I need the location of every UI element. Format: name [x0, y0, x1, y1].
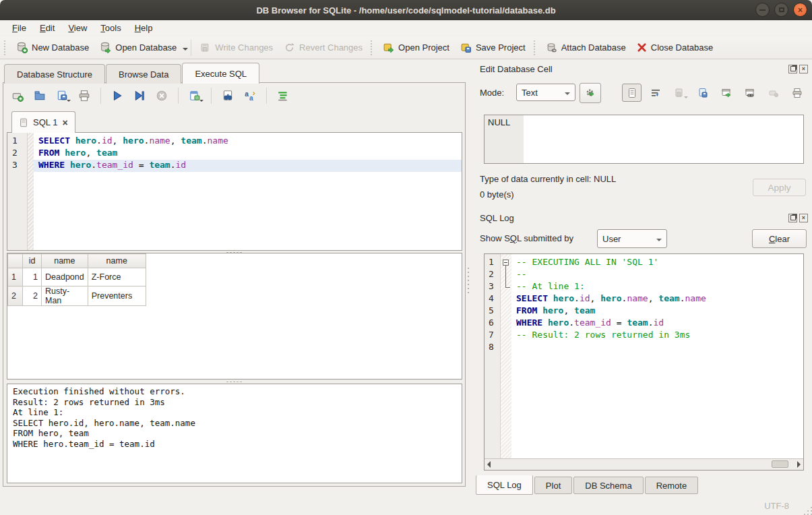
menu-help[interactable]: Help [128, 22, 160, 34]
sql-log-content: 1 2 3 4 5 6 7 8 -- EXECUTING ALL IN 'SQL… [485, 254, 803, 458]
cell-team-name[interactable]: Preventers [88, 286, 146, 306]
sql-log-title: SQL Log [480, 213, 514, 223]
cell-id[interactable]: 2 [23, 286, 42, 306]
log-horizontal-scrollbar[interactable] [485, 458, 803, 470]
clear-log-button[interactable]: Clear [752, 229, 807, 248]
results-header-id[interactable]: id [23, 254, 42, 268]
new-database-button[interactable]: New Database [11, 39, 94, 56]
close-dock-button[interactable]: × [799, 65, 808, 73]
menu-edit[interactable]: Edit [33, 22, 61, 34]
mode-combobox[interactable]: Text [516, 84, 575, 101]
sql-editor[interactable]: 1 2 3 SELECT hero.id, hero.name, team.na… [7, 132, 462, 251]
log-line: -- EXECUTING ALL IN 'SQL 1' [511, 257, 803, 269]
minimize-button[interactable] [755, 3, 770, 17]
toolbar-separator [100, 88, 101, 104]
status-line: Execution finished without errors. [13, 386, 456, 397]
results-corner-header[interactable] [8, 254, 23, 268]
log-filter-combobox[interactable]: User [597, 229, 667, 248]
format-sql-button[interactable] [274, 87, 292, 104]
open-database-button[interactable]: Open Database [94, 39, 182, 56]
cell-id[interactable]: 1 [23, 268, 42, 286]
encoding-indicator[interactable]: UTF-8 [764, 501, 789, 511]
status-line: Result: 2 rows returned in 3ms [13, 397, 456, 408]
maximize-button[interactable] [774, 3, 788, 17]
float-dock-button[interactable] [788, 65, 797, 73]
open-sql-file-button[interactable] [31, 87, 49, 104]
export-results-button[interactable] [186, 87, 204, 104]
tab-database-structure[interactable]: Database Structure [4, 64, 105, 84]
tab-db-schema[interactable]: DB Schema [573, 477, 643, 494]
tab-browse-data[interactable]: Browse Data [106, 64, 181, 84]
row-header[interactable]: 2 [8, 286, 23, 306]
set-null-button [763, 84, 783, 102]
cell-team-name[interactable]: Z-Force [88, 268, 146, 286]
toolbar-separator [178, 88, 179, 104]
autocomplete-button[interactable]: aa [241, 87, 259, 104]
resize-grip[interactable] [807, 510, 809, 512]
new-sql-tab-button[interactable] [9, 87, 26, 104]
attach-database-label: Attach Database [561, 42, 626, 53]
menu-file[interactable]: File [5, 22, 33, 34]
scrollbar-thumb[interactable] [772, 460, 788, 468]
minimize-icon [759, 9, 766, 11]
main-tab-bar: Database Structure Browse Data Execute S… [4, 63, 260, 84]
print-button[interactable] [75, 87, 93, 104]
text-mode-button[interactable] [622, 84, 642, 102]
print-cell-icon [792, 88, 803, 98]
execute-line-button[interactable] [131, 87, 148, 104]
close-dock-button[interactable]: × [799, 214, 808, 222]
tab-sql-log[interactable]: SQL Log [476, 475, 533, 495]
sql-tab-close-icon[interactable]: × [62, 118, 67, 127]
sql-document-tab[interactable]: SQL 1 × [11, 111, 75, 133]
close-database-button[interactable]: Close Database [631, 40, 719, 55]
save-project-button[interactable]: Save Project [455, 39, 531, 56]
execute-all-button[interactable] [108, 87, 126, 104]
print-cell-button[interactable] [787, 84, 807, 102]
cell-value-editor[interactable]: NULL [484, 115, 804, 164]
revert-changes-icon [284, 42, 295, 53]
log-line: FROM hero, team [511, 305, 803, 317]
fold-marker-icon[interactable] [503, 260, 509, 266]
close-button[interactable]: × [793, 3, 807, 17]
cell-hero-name[interactable]: Deadpond [42, 268, 88, 286]
float-dock-button[interactable] [788, 214, 797, 222]
cell-hero-name[interactable]: Rusty-Man [42, 286, 88, 306]
menu-view[interactable]: View [61, 22, 94, 34]
scroll-right-icon[interactable] [797, 461, 801, 468]
write-changes-icon [199, 42, 211, 53]
close-icon: × [802, 215, 805, 221]
toolbar-handle[interactable] [371, 40, 375, 55]
export-results-dropdown[interactable] [199, 100, 204, 104]
tab-plot[interactable]: Plot [534, 477, 572, 494]
save-sql-dropdown[interactable] [67, 100, 71, 104]
scroll-left-icon[interactable] [487, 461, 491, 468]
open-database-dropdown[interactable] [183, 48, 188, 53]
log-line-numbers: 1 2 3 4 5 6 7 8 [485, 254, 501, 458]
copy-link-button[interactable] [740, 84, 759, 102]
tab-execute-sql[interactable]: Execute SQL [182, 63, 259, 84]
cell-settings-button[interactable] [580, 83, 601, 103]
export-cell-icon [697, 88, 708, 98]
window-title: DB Browser for SQLite - /home/user/code/… [256, 5, 555, 16]
toolbar-handle[interactable] [534, 40, 538, 55]
menu-tools[interactable]: Tools [94, 22, 127, 34]
toolbar-handle[interactable] [4, 40, 8, 55]
open-project-button[interactable]: Open Project [377, 39, 455, 56]
results-header-name1[interactable]: name [42, 254, 88, 268]
attach-database-button[interactable]: Attach Database [540, 39, 631, 56]
find-button[interactable] [219, 87, 237, 104]
link-icon [745, 88, 755, 98]
open-database-label: Open Database [115, 42, 177, 53]
word-wrap-button[interactable] [646, 84, 665, 102]
mode-value: Text [522, 88, 538, 98]
log-line: WHERE hero.team_id = team.id [511, 317, 803, 330]
chevron-down-icon [656, 239, 662, 244]
results-header-name2[interactable]: name [88, 254, 146, 268]
export-cell-button[interactable] [693, 84, 712, 102]
save-sql-file-button[interactable] [53, 87, 71, 104]
panel-splitter[interactable] [467, 266, 470, 293]
tab-remote[interactable]: Remote [645, 477, 699, 494]
save-project-icon [460, 42, 472, 53]
open-external-button[interactable] [716, 84, 736, 102]
row-header[interactable]: 1 [8, 268, 23, 286]
